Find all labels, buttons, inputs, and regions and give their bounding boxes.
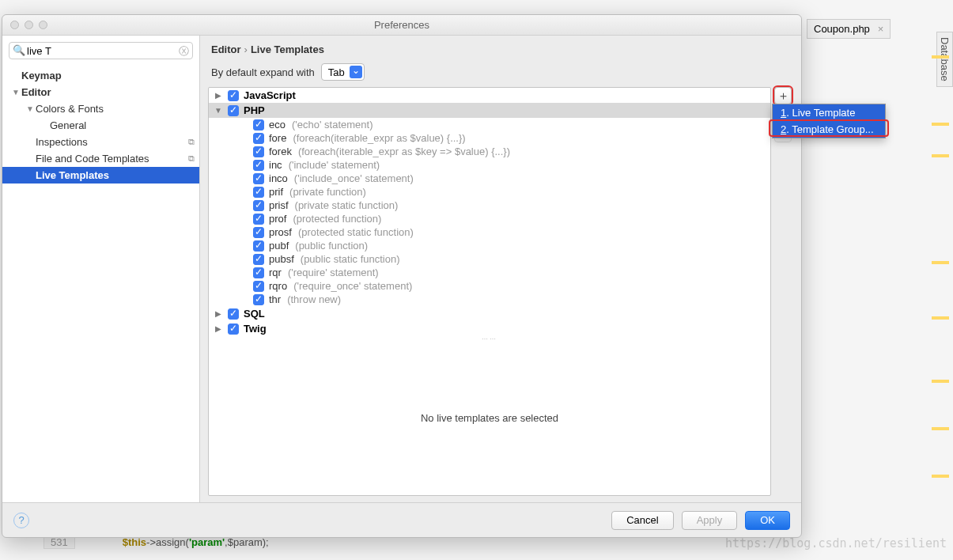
breadcrumb: Editor›Live Templates bbox=[200, 36, 801, 60]
main-panel: Editor›Live Templates By default expand … bbox=[200, 36, 801, 502]
gutter-mark bbox=[932, 380, 949, 383]
tree-live-templates[interactable]: Live Templates bbox=[2, 167, 199, 184]
template-rqr[interactable]: rqr ('require' statement) bbox=[209, 266, 770, 279]
chevron-icon[interactable]: ▶ bbox=[214, 324, 223, 333]
template-rqro[interactable]: rqro ('require_once' statement) bbox=[209, 279, 770, 293]
checkbox[interactable] bbox=[228, 324, 239, 335]
checkbox[interactable] bbox=[253, 133, 264, 144]
checkbox[interactable] bbox=[253, 146, 264, 157]
group-php[interactable]: ▼PHP bbox=[209, 103, 770, 118]
cancel-button[interactable]: Cancel bbox=[611, 511, 673, 530]
gutter-mark bbox=[932, 427, 949, 430]
sidebar: 🔍 ⓧ Keymap ▼Editor ▼Colors & Fonts Gener… bbox=[2, 36, 200, 502]
preferences-dialog: Preferences 🔍 ⓧ Keymap ▼Editor ▼Colors &… bbox=[2, 14, 802, 538]
group-javascript[interactable]: ▶JavaScript bbox=[209, 88, 770, 103]
checkbox[interactable] bbox=[253, 227, 264, 238]
checkbox[interactable] bbox=[253, 173, 264, 184]
clear-icon[interactable]: ⓧ bbox=[179, 44, 189, 59]
gutter-mark bbox=[932, 475, 949, 478]
templates-list[interactable]: ▶JavaScript▼PHPeco ('echo' statement)for… bbox=[208, 87, 771, 496]
template-prisf[interactable]: prisf (private static function) bbox=[209, 199, 770, 212]
gutter-mark bbox=[932, 55, 949, 59]
titlebar[interactable]: Preferences bbox=[2, 15, 801, 36]
template-eco[interactable]: eco ('echo' statement) bbox=[209, 118, 770, 131]
checkbox[interactable] bbox=[253, 281, 264, 292]
template-prof[interactable]: prof (protected function) bbox=[209, 212, 770, 225]
search-field[interactable]: 🔍 ⓧ bbox=[9, 42, 193, 59]
checkbox[interactable] bbox=[253, 214, 264, 225]
checkbox[interactable] bbox=[253, 119, 264, 131]
template-prif[interactable]: prif (private function) bbox=[209, 185, 770, 199]
tree-keymap[interactable]: Keymap bbox=[2, 67, 199, 84]
popup-template-group[interactable]: 2. Template Group... bbox=[773, 121, 885, 138]
gutter-mark bbox=[932, 261, 949, 264]
gutter-mark bbox=[932, 316, 949, 320]
popup-live-template[interactable]: 1. Live Template bbox=[773, 104, 885, 121]
chevron-icon[interactable]: ▶ bbox=[214, 91, 223, 100]
empty-message: No live templates are selected bbox=[209, 341, 770, 495]
checkbox[interactable] bbox=[253, 187, 264, 198]
ok-button[interactable]: OK bbox=[745, 511, 790, 530]
checkbox[interactable] bbox=[253, 294, 264, 305]
template-inc[interactable]: inc ('include' statement) bbox=[209, 158, 770, 172]
chevron-icon[interactable]: ▼ bbox=[214, 106, 223, 115]
group-sql[interactable]: ▶SQL bbox=[209, 306, 770, 321]
settings-tree[interactable]: Keymap ▼Editor ▼Colors & Fonts General I… bbox=[2, 66, 199, 502]
dialog-footer: ? Cancel Apply OK bbox=[2, 502, 801, 537]
template-inco[interactable]: inco ('include_once' statement) bbox=[209, 172, 770, 185]
group-twig[interactable]: ▶Twig bbox=[209, 321, 770, 336]
tree-colors-fonts[interactable]: ▼Colors & Fonts bbox=[2, 100, 199, 117]
checkbox[interactable] bbox=[228, 105, 239, 116]
template-prosf[interactable]: prosf (protected static function) bbox=[209, 225, 770, 239]
dialog-title: Preferences bbox=[2, 19, 801, 31]
search-icon: 🔍 bbox=[13, 44, 25, 56]
tree-editor[interactable]: ▼Editor bbox=[2, 84, 199, 100]
template-fore[interactable]: fore (foreach(iterable_expr as $value) {… bbox=[209, 131, 770, 145]
template-pubf[interactable]: pubf (public function) bbox=[209, 239, 770, 252]
gutter-mark bbox=[932, 154, 949, 157]
tree-file-code-templates[interactable]: File and Code Templates⧉ bbox=[2, 150, 199, 167]
checkbox[interactable] bbox=[253, 254, 264, 265]
add-popup[interactable]: 1. Live Template 2. Template Group... bbox=[772, 104, 886, 138]
apply-button[interactable]: Apply bbox=[682, 511, 738, 530]
template-forek[interactable]: forek (foreach(iterable_expr as $key => … bbox=[209, 145, 770, 158]
checkbox[interactable] bbox=[228, 308, 239, 320]
database-tool-window-tab[interactable]: Database bbox=[936, 32, 953, 87]
editor-tab[interactable]: Coupon.php × bbox=[807, 19, 891, 39]
template-thr[interactable]: thr (throw new) bbox=[209, 293, 770, 306]
chevron-icon[interactable]: ▶ bbox=[214, 309, 223, 318]
add-button[interactable]: ＋ bbox=[774, 87, 792, 104]
copy-icon: ⧉ bbox=[188, 153, 195, 164]
gutter-mark bbox=[932, 123, 949, 126]
watermark: https://blog.csdn.net/resilient bbox=[725, 536, 947, 551]
checkbox[interactable] bbox=[253, 160, 264, 171]
template-pubsf[interactable]: pubsf (public static function) bbox=[209, 252, 770, 266]
copy-icon: ⧉ bbox=[188, 137, 195, 147]
expand-label: By default expand with bbox=[211, 66, 315, 78]
checkbox[interactable] bbox=[253, 240, 264, 252]
tab-label: Coupon.php bbox=[814, 23, 870, 35]
help-button[interactable]: ? bbox=[13, 513, 29, 528]
checkbox[interactable] bbox=[253, 267, 264, 278]
expand-select[interactable]: Tab bbox=[321, 63, 365, 81]
tree-inspections[interactable]: Inspections⧉ bbox=[2, 134, 199, 150]
checkbox[interactable] bbox=[228, 90, 239, 101]
search-input[interactable] bbox=[9, 42, 193, 59]
close-icon[interactable]: × bbox=[878, 23, 884, 35]
tree-general[interactable]: General bbox=[2, 117, 199, 134]
checkbox[interactable] bbox=[253, 200, 264, 211]
